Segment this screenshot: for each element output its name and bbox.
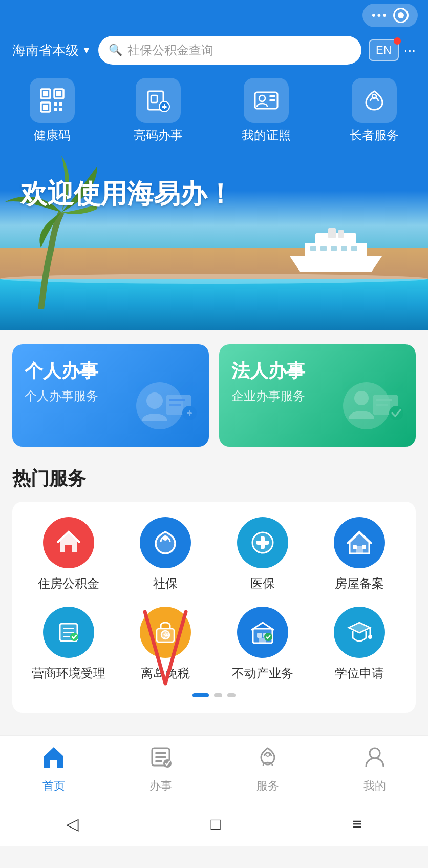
svg-rect-53	[63, 632, 74, 633]
svg-rect-23	[320, 246, 327, 251]
svg-rect-3	[56, 91, 61, 96]
system-nav: ◁ □ ≡	[0, 804, 428, 846]
region-selector[interactable]: 海南省本级 ▼	[12, 42, 91, 59]
home-nav-label: 首页	[42, 778, 65, 794]
svg-rect-48	[356, 546, 363, 553]
pagination-dots	[23, 693, 405, 697]
svg-rect-60	[257, 633, 262, 638]
svg-rect-52	[63, 628, 74, 629]
svg-point-30	[146, 392, 163, 409]
svg-rect-1	[43, 91, 48, 96]
svg-rect-40	[376, 399, 392, 401]
pagination-dot-3	[227, 693, 236, 697]
school-label: 学位申请	[335, 665, 384, 681]
app-header: 海南省本级 ▼ 🔍 社保公积金查询 EN ···	[0, 31, 428, 73]
language-button[interactable]: EN	[369, 39, 399, 61]
search-icon: 🔍	[109, 44, 122, 57]
back-button[interactable]: ◁	[66, 814, 79, 834]
service-item-social-security[interactable]: 社保	[120, 517, 212, 591]
health-code-label: 健康码	[34, 127, 71, 143]
service-item-business-env[interactable]: 营商环境受理	[23, 607, 115, 681]
business-env-label: 营商环境受理	[32, 665, 105, 681]
svg-rect-43	[65, 545, 72, 552]
status-pill: •••	[362, 4, 418, 27]
home-button[interactable]: □	[210, 815, 220, 834]
svg-rect-28	[338, 230, 344, 238]
bottom-nav: 首页 办事 服务	[0, 735, 428, 804]
real-estate-label: 不动产业务	[232, 665, 293, 681]
quick-icon-qr-office[interactable]: 亮码办事	[134, 78, 183, 143]
svg-rect-6	[54, 102, 57, 106]
service-cards-section: 个人办事 个人办事服务 法人办事 企业办事服务	[0, 330, 428, 461]
svg-point-16	[259, 95, 265, 101]
hot-services-card: 住房公积金 社保	[12, 502, 416, 713]
banner-ship	[285, 225, 387, 279]
svg-rect-8	[54, 108, 57, 111]
quick-icon-elder-service[interactable]: 长者服务	[350, 78, 399, 143]
quick-icons-bar: 健康码 亮码办事 我的证照	[0, 73, 428, 156]
nav-home[interactable]: 首页	[41, 744, 67, 794]
search-bar[interactable]: 🔍 社保公积金查询	[98, 36, 361, 65]
svg-rect-36	[189, 410, 190, 416]
more-button[interactable]: ···	[404, 42, 416, 58]
notification-dot	[394, 37, 401, 45]
svg-rect-7	[59, 102, 62, 106]
menu-button[interactable]: ≡	[352, 815, 362, 834]
service-item-duty-free[interactable]: 免 离岛免税	[120, 607, 212, 681]
elder-service-label: 长者服务	[350, 127, 399, 143]
quick-icon-my-cert[interactable]: 我的证照	[242, 78, 291, 143]
medical-label: 医保	[250, 575, 275, 591]
region-label: 海南省本级	[12, 42, 79, 59]
hot-services-section: 热门服务 住房公积金	[0, 461, 428, 725]
dots-icon: •••	[372, 9, 388, 22]
banner-title: 欢迎使用海易办！	[20, 176, 233, 212]
nav-office[interactable]: 办事	[148, 744, 174, 794]
social-security-icon	[140, 517, 191, 568]
svg-rect-5	[43, 105, 48, 110]
svg-rect-32	[169, 399, 185, 401]
svg-rect-25	[341, 246, 347, 251]
svg-rect-41	[376, 404, 388, 406]
nav-mine[interactable]: 我的	[362, 744, 388, 794]
mine-nav-icon	[362, 744, 388, 775]
service-item-house-record[interactable]: 房屋备案	[314, 517, 406, 591]
svg-rect-47	[256, 541, 269, 545]
my-cert-icon	[244, 78, 289, 123]
svg-rect-50	[362, 545, 366, 549]
medical-icon	[237, 517, 288, 568]
chevron-down-icon: ▼	[82, 45, 91, 56]
svg-rect-22	[310, 246, 316, 251]
service-item-real-estate[interactable]: 不动产业务	[217, 607, 309, 681]
svg-rect-54	[63, 636, 70, 637]
red-arrow-annotation	[135, 602, 196, 696]
svg-rect-18	[269, 99, 275, 101]
personal-service-card[interactable]: 个人办事 个人办事服务	[12, 344, 209, 447]
svg-rect-9	[59, 108, 62, 111]
real-estate-icon	[237, 607, 288, 658]
office-nav-icon	[148, 744, 174, 775]
svg-rect-11	[151, 95, 157, 102]
housing-fund-icon	[43, 517, 94, 568]
service-item-school[interactable]: 学位申请	[314, 607, 406, 681]
svg-point-38	[354, 391, 369, 405]
elder-service-icon	[352, 78, 397, 123]
qr-office-label: 亮码办事	[134, 127, 183, 143]
home-nav-icon	[41, 744, 67, 775]
svg-rect-24	[331, 246, 337, 251]
svg-rect-68	[155, 752, 166, 754]
business-env-icon	[43, 607, 94, 658]
search-placeholder: 社保公积金查询	[127, 42, 213, 58]
record-icon	[393, 8, 409, 23]
svg-rect-69	[155, 756, 166, 758]
service-item-housing-fund[interactable]: 住房公积金	[23, 517, 115, 591]
quick-icon-health-code[interactable]: 健康码	[30, 78, 75, 143]
enterprise-service-card[interactable]: 法人办事 企业办事服务	[219, 344, 416, 447]
school-icon	[334, 607, 385, 658]
status-bar: •••	[0, 0, 428, 31]
nav-service[interactable]: 服务	[255, 744, 281, 794]
service-item-medical[interactable]: 医保	[217, 517, 309, 591]
svg-rect-33	[169, 404, 181, 406]
office-nav-label: 办事	[149, 778, 172, 794]
my-cert-label: 我的证照	[242, 127, 291, 143]
svg-rect-27	[328, 228, 336, 238]
